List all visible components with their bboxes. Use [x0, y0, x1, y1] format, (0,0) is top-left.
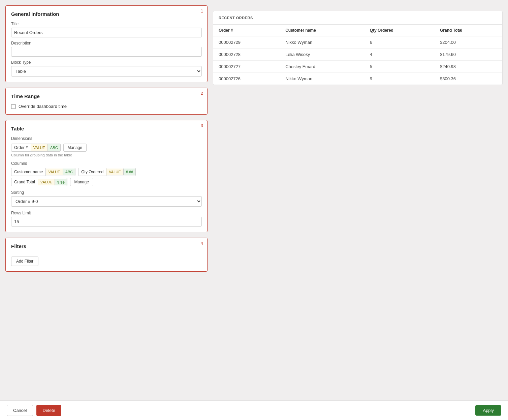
col-header-total: Grand Total [435, 25, 502, 36]
col-header-customer: Customer name [280, 25, 364, 36]
title-field-label: Title [11, 22, 202, 26]
col-header-order: Order # [213, 25, 280, 36]
table-row: 000002726 Nikko Wyman 9 $300.36 [213, 73, 502, 85]
preview-card: RECENT ORDERS Order # Customer name Qty … [213, 11, 503, 85]
add-filter-button[interactable]: Add Filter [11, 257, 38, 266]
rows-limit-input[interactable] [11, 217, 202, 227]
grand-total-tag-group: Grand Total VALUE $.$$ [11, 178, 67, 186]
dimension-hint: Column for grouping data in the table [11, 153, 202, 157]
cell-total: $179.60 [435, 49, 502, 61]
section-number-3: 3 [201, 123, 203, 128]
cell-order: 000002727 [213, 61, 280, 73]
cell-qty: 5 [364, 61, 435, 73]
block-type-field-label: Block Type [11, 60, 202, 65]
manage-columns-button[interactable]: Manage [70, 178, 93, 186]
cell-order: 000002728 [213, 49, 280, 61]
manage-dimensions-button[interactable]: Manage [63, 144, 87, 152]
section-filters-title: Filters [11, 243, 202, 249]
columns-rows: Customer name VALUE ABC Qty Ordered VALU… [11, 168, 202, 186]
col-header-qty: Qty Ordered [364, 25, 435, 36]
section-table: 3 Table Dimensions Order # VALUE ABC Man… [5, 120, 208, 232]
cell-customer: Chesley Emard [280, 61, 364, 73]
title-input[interactable] [11, 28, 202, 37]
bottom-left-buttons: Cancel Delete [7, 405, 61, 416]
dimensions-row: Order # VALUE ABC Manage [11, 144, 202, 152]
section-number-2: 2 [201, 91, 203, 96]
cell-order: 000002726 [213, 73, 280, 85]
grand-total-value-tag: VALUE [38, 179, 55, 185]
qty-ordered-label: Qty Ordered [78, 168, 106, 176]
section-general-title: General Information [11, 11, 202, 17]
preview-table: Order # Customer name Qty Ordered Grand … [213, 25, 502, 85]
section-filters: 4 Filters Add Filter [5, 238, 208, 272]
table-header-row: Order # Customer name Qty Ordered Grand … [213, 25, 502, 36]
cell-total: $204.00 [435, 36, 502, 49]
cell-qty: 9 [364, 73, 435, 85]
override-label: Override dashboard time [19, 104, 67, 109]
table-row: 000002728 Lelia Wisoky 4 $179.60 [213, 49, 502, 61]
grand-total-label: Grand Total [11, 178, 38, 186]
block-type-select[interactable]: Table Chart Value [11, 66, 202, 77]
table-row: 000002727 Chesley Emard 5 $240.98 [213, 61, 502, 73]
customer-name-label: Customer name [11, 168, 46, 176]
sorting-label: Sorting [11, 190, 202, 195]
qty-ordered-format-tag: #.## [124, 169, 135, 175]
table-row: 000002729 Nikko Wyman 6 $204.00 [213, 36, 502, 49]
cell-total: $300.36 [435, 73, 502, 85]
qty-ordered-value-tag: VALUE [106, 169, 123, 175]
customer-name-value-tag: VALUE [46, 169, 63, 175]
customer-name-tag-group: Customer name VALUE ABC [11, 168, 75, 176]
customer-name-abc-tag: ABC [63, 169, 75, 175]
bottom-bar: Cancel Delete Apply [0, 400, 508, 420]
cell-qty: 4 [364, 49, 435, 61]
cell-customer: Nikko Wyman [280, 73, 364, 85]
section-time-range: 2 Time Range Override dashboard time [5, 88, 208, 115]
description-input[interactable] [11, 47, 202, 57]
cell-total: $240.98 [435, 61, 502, 73]
sorting-select[interactable]: Order # 9-0 Order # 0-9 [11, 196, 202, 207]
right-panel: RECENT ORDERS Order # Customer name Qty … [213, 5, 503, 395]
section-general: 1 General Information Title Description … [5, 5, 208, 82]
cancel-button[interactable]: Cancel [7, 405, 33, 416]
section-table-title: Table [11, 126, 202, 131]
dimension-abc-tag: ABC [48, 144, 60, 151]
dimension-value-tag: VALUE [31, 144, 48, 151]
left-panel: 1 General Information Title Description … [5, 5, 208, 395]
dimensions-label: Dimensions [11, 136, 202, 141]
section-time-range-title: Time Range [11, 93, 202, 99]
columns-label: Columns [11, 161, 202, 166]
apply-button[interactable]: Apply [475, 405, 501, 416]
qty-ordered-tag-group: Qty Ordered VALUE #.## [78, 168, 136, 176]
section-number-4: 4 [201, 241, 203, 246]
cell-customer: Lelia Wisoky [280, 49, 364, 61]
override-checkbox[interactable] [11, 104, 16, 109]
column-row-customer: Customer name VALUE ABC Qty Ordered VALU… [11, 168, 202, 176]
dimension-order-label: Order # [11, 144, 31, 151]
cell-order: 000002729 [213, 36, 280, 49]
dimension-tag-group: Order # VALUE ABC [11, 144, 61, 152]
override-checkbox-row: Override dashboard time [11, 104, 202, 109]
cell-customer: Nikko Wyman [280, 36, 364, 49]
rows-limit-label: Rows Limit [11, 211, 202, 215]
preview-table-wrapper: Order # Customer name Qty Ordered Grand … [213, 25, 502, 85]
preview-title: RECENT ORDERS [219, 16, 253, 20]
description-field-label: Description [11, 41, 202, 46]
delete-button[interactable]: Delete [36, 405, 61, 416]
preview-header: RECENT ORDERS [213, 11, 502, 25]
column-row-grand-total: Grand Total VALUE $.$$ Manage [11, 178, 202, 186]
grand-total-format-tag: $.$$ [55, 179, 67, 185]
cell-qty: 6 [364, 36, 435, 49]
section-number-1: 1 [201, 8, 203, 13]
